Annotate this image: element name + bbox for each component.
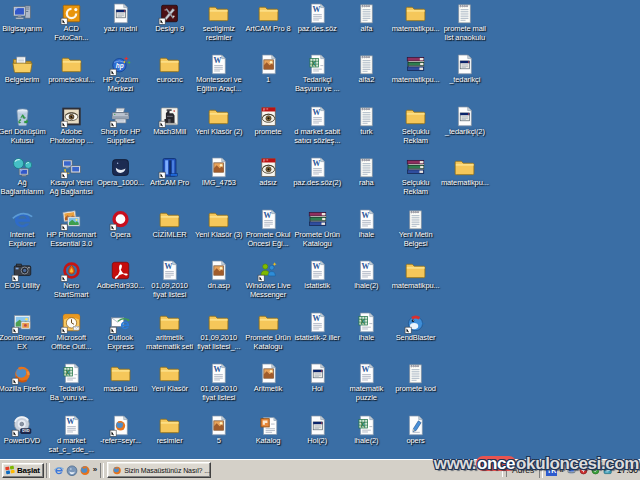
rar-icon	[404, 53, 427, 76]
desktop-icon[interactable]: opers	[382, 414, 450, 446]
desktop-icon-image	[60, 156, 83, 179]
desktop-icon-image	[158, 156, 181, 179]
desktop-icon-image: W	[207, 53, 230, 76]
adobe-reader-icon	[109, 259, 132, 282]
desktop-icon-label: ihale	[359, 231, 374, 240]
ie-icon	[11, 208, 34, 231]
text-doc-icon	[355, 2, 378, 25]
taskbar-separator	[100, 463, 104, 478]
image-doc-icon	[207, 259, 230, 282]
svg-text:W: W	[214, 365, 222, 374]
desktop-icon[interactable]: matematikpu...	[431, 156, 499, 188]
word-doc-icon: W	[355, 208, 378, 231]
desktop-icon-label: turk	[360, 128, 372, 137]
desktop-icon[interactable]: promete mail list anaokulu	[431, 2, 499, 42]
desktop-icon[interactable]: _tedarikçi	[431, 53, 499, 85]
desktop-icon-label: Selçuklu Reklam	[402, 128, 430, 145]
desktop-icon-image	[404, 156, 427, 179]
desktop-icon-image	[355, 156, 378, 179]
firefox-icon[interactable]	[79, 464, 91, 476]
desktop-icon-label: ihale(2)	[354, 437, 378, 446]
desktop-icon-image	[404, 362, 427, 385]
desktop-icon-label: matematik puzzle	[350, 385, 384, 402]
desktop-icon-label: Yeni Metin Belgesi	[399, 231, 433, 248]
desktop-icon-label: promete mail list anaokulu	[444, 25, 486, 42]
start-button[interactable]: Başlat	[2, 463, 44, 478]
word-doc-icon: W	[207, 362, 230, 385]
desktop-icon-image	[207, 156, 230, 179]
desktop-icon-image: hp	[109, 53, 132, 76]
desktop-icon-image: W	[306, 259, 329, 282]
svg-text:W: W	[312, 262, 320, 271]
desktop-icon-image	[404, 53, 427, 76]
task-button[interactable]: Sizin Masaüstünüz Nasıl? ...	[107, 462, 211, 478]
svg-text:W: W	[361, 211, 369, 220]
desktop-icon-image	[257, 156, 280, 179]
desktop-icon[interactable]: Yeni Metin Belgesi	[382, 208, 450, 248]
svg-text:X: X	[311, 60, 316, 67]
desktop-icon[interactable]: _tedarikçi(2)	[431, 105, 499, 137]
artcam-pro-icon	[158, 156, 181, 179]
internet-explorer-icon[interactable]	[53, 464, 65, 476]
desktop-icon-image: DVD	[11, 414, 34, 437]
word-doc-icon: W	[306, 2, 329, 25]
app-doc-icon	[453, 105, 476, 128]
desktop-icon-image: X	[306, 53, 329, 76]
svg-text:DVD: DVD	[22, 429, 30, 433]
folder-icon	[404, 105, 427, 128]
desktop-icon-label: eurocnc	[157, 76, 183, 85]
desktop-icon[interactable]: promete kod	[382, 362, 450, 394]
desktop-icon-label: yazı metni	[104, 25, 137, 34]
msn-icon[interactable]	[66, 464, 78, 476]
desktop-icon-label: masa üstü	[104, 385, 138, 394]
desktop-icon-image	[355, 2, 378, 25]
folder-icon	[60, 53, 83, 76]
desktop-icon-image	[158, 2, 181, 25]
desktop-icon-image	[306, 414, 329, 437]
desktop-icon-label: Hol	[312, 385, 323, 394]
watermark-suffix: okuloncesi.com	[516, 454, 639, 473]
quick-launch-overflow-chevron[interactable]: »	[92, 464, 98, 476]
desktop-icon-label: PowerDVD	[4, 437, 40, 446]
app-doc-icon	[306, 362, 329, 385]
desktop-icon-image	[109, 362, 132, 385]
desktop-icon-label: dn.asp	[208, 282, 230, 291]
desktop-icon-image: W	[207, 362, 230, 385]
desktop-icon-label: opers	[406, 437, 424, 446]
svg-text:W: W	[165, 262, 173, 271]
desktop-icon-image	[207, 2, 230, 25]
word-doc-icon: W	[355, 259, 378, 282]
app-doc-icon	[109, 2, 132, 25]
desktop-icon[interactable]: matematikpu...	[382, 259, 450, 291]
desktop-icon-image: X	[355, 414, 378, 437]
desktop-icon-label: ArtCAM Pro	[150, 179, 189, 188]
psd-doc-icon	[257, 156, 280, 179]
desktop-icon-image	[257, 414, 280, 437]
desktop-icon-image	[404, 208, 427, 231]
desktop-icon-image	[355, 105, 378, 128]
desktop-icon-label: _tedarikçi(2)	[445, 128, 485, 137]
folder-icon	[207, 208, 230, 231]
wlm-icon	[257, 259, 280, 282]
desktop-icon-image	[158, 362, 181, 385]
desktop-icon-label: Internet Explorer	[8, 231, 35, 248]
desktop-icon-image	[404, 414, 427, 437]
folder-icon	[158, 208, 181, 231]
desktop-icon-image	[60, 2, 83, 25]
desktop-icon-image: X	[60, 362, 83, 385]
desktop-icon-image	[355, 53, 378, 76]
desktop-icon-image	[11, 2, 34, 25]
desktop-icon[interactable]: SendBlaster	[382, 311, 450, 343]
watermark-highlight: once	[476, 456, 516, 471]
desktop-icon-image	[207, 311, 230, 334]
my-documents-icon	[11, 53, 34, 76]
svg-text:W: W	[312, 5, 320, 14]
desktop-icon-image	[207, 105, 230, 128]
image-doc-icon	[257, 362, 280, 385]
desktop-icon-label: Selçuklu Reklam	[402, 179, 430, 196]
folder-icon	[109, 362, 132, 385]
desktop-icon-label: raha	[359, 179, 374, 188]
image-doc-icon	[207, 156, 230, 179]
desktop-icon-image	[158, 105, 181, 128]
image-doc-icon	[207, 414, 230, 437]
